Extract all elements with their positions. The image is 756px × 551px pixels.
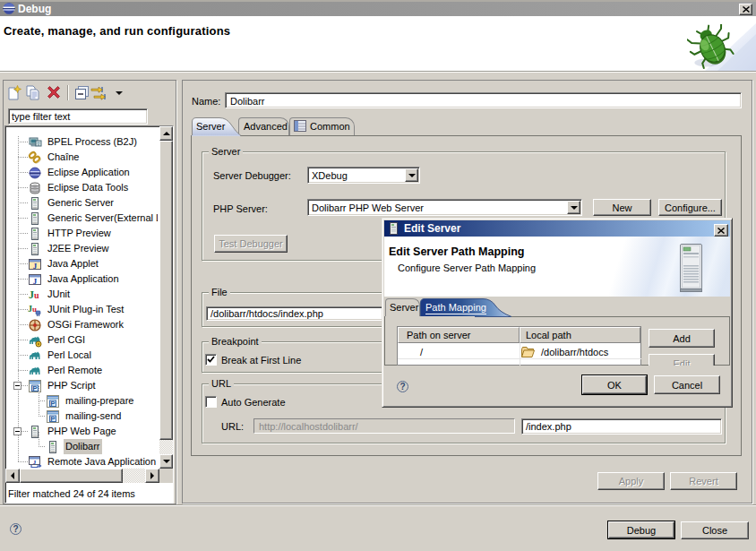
svg-text:P: P — [50, 414, 56, 422]
svg-text:u: u — [34, 290, 39, 300]
svg-text:J: J — [33, 261, 38, 270]
svg-text:P: P — [32, 383, 38, 392]
svg-text:J: J — [33, 276, 38, 285]
svg-text:J: J — [33, 458, 37, 465]
svg-text:P: P — [50, 399, 56, 407]
